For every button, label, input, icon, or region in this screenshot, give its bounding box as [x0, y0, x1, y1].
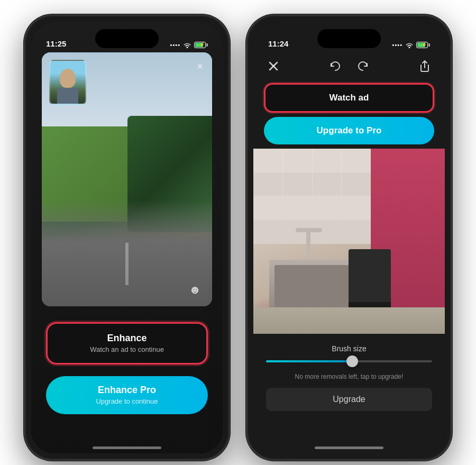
status-time-2: 11:24 [268, 39, 288, 48]
dynamic-island-2 [317, 29, 381, 48]
volume-down-button [24, 147, 25, 178]
upgrade-bottom-label: Upgrade [333, 395, 365, 404]
slider-fill [266, 360, 352, 362]
thumbnail-photo [49, 60, 86, 105]
status-time-1: 11:25 [46, 39, 66, 48]
undo-button[interactable] [326, 57, 345, 76]
kitchen-photo [253, 149, 445, 334]
phone-1-screen: 11:25 •••• ⚡ [31, 22, 223, 453]
wifi-icon-2 [405, 42, 414, 48]
kitchen-machine [349, 249, 391, 313]
kitchen-counter [253, 307, 445, 334]
phone-2-screen: 11:24 •••• ⚡ [253, 22, 445, 453]
dynamic-island-1 [95, 29, 159, 48]
battery-icon-1: ⚡ [194, 42, 208, 48]
watch-ad-button[interactable]: Watch ad [264, 83, 434, 113]
phone-2: 11:24 •••• ⚡ [246, 14, 452, 461]
road-line [125, 243, 129, 285]
upgrade-pro-button[interactable]: Upgrade to Pro [264, 117, 434, 144]
mute-button [24, 84, 25, 101]
person-body [57, 88, 78, 104]
enhance-button-subtitle: Watch an ad to continue [90, 345, 164, 353]
main-photo-1: ☻ [42, 52, 212, 306]
person-face [60, 69, 76, 88]
bottom-panel: Brush size No more removals left, tap to… [253, 334, 445, 453]
kitchen-faucet [306, 228, 310, 260]
home-indicator-1 [93, 446, 161, 449]
phone-1-shell: 11:25 •••• ⚡ [24, 14, 230, 461]
enhance-button[interactable]: Enhance Watch an ad to continue [46, 322, 208, 364]
enhance-button-title: Enhance [107, 333, 147, 344]
volume-down-button-2 [246, 147, 248, 178]
volume-up-button [24, 108, 25, 140]
signal-dots-icon-1: •••• [170, 42, 180, 48]
enhance-pro-subtitle: Upgrade to continue [96, 397, 158, 405]
redo-button[interactable] [353, 57, 372, 76]
power-button [228, 116, 230, 163]
removals-text: No more removals left, tap to upgrade! [266, 373, 432, 380]
watch-ad-label: Watch ad [329, 93, 369, 103]
toolbar-close-button[interactable] [264, 57, 283, 76]
volume-up-button-2 [246, 108, 248, 140]
share-button[interactable] [415, 57, 434, 76]
enhance-pro-button[interactable]: Enhance Pro Upgrade to continue [46, 376, 208, 414]
status-icons-1: •••• ⚡ [170, 42, 208, 48]
upgrade-pro-label: Upgrade to Pro [317, 125, 382, 136]
close-button-1[interactable]: × [192, 59, 208, 75]
slider-thumb[interactable] [346, 355, 358, 367]
close-icon-1: × [197, 60, 203, 72]
brush-size-slider[interactable] [266, 360, 432, 362]
upgrade-bottom-button[interactable]: Upgrade [266, 388, 432, 411]
battery-icon-2: ⚡ [416, 42, 430, 48]
home-indicator-2 [315, 446, 383, 449]
signal-dots-icon-2: •••• [392, 42, 402, 48]
brush-size-label: Brush size [266, 344, 432, 353]
mute-button-2 [246, 84, 248, 101]
phone-1: 11:25 •••• ⚡ [24, 14, 230, 461]
toolbar-center-controls [326, 57, 372, 76]
power-button-2 [451, 116, 452, 163]
phone-2-shell: 11:24 •••• ⚡ [246, 14, 452, 461]
wifi-icon-1 [183, 42, 191, 48]
toolbar-2 [253, 52, 445, 80]
enhance-pro-title: Enhance Pro [98, 385, 156, 396]
smiley-icon: ☻ [189, 283, 205, 299]
status-icons-2: •••• ⚡ [392, 42, 430, 48]
road-area [42, 200, 212, 306]
